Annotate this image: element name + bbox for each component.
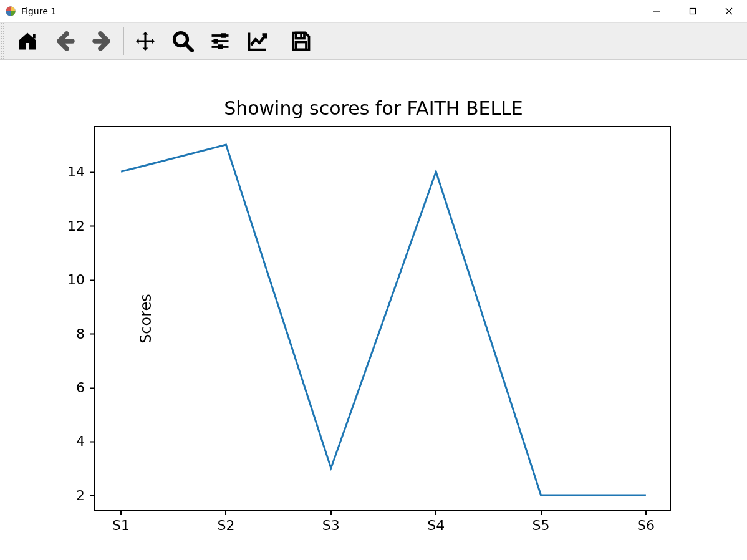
svg-rect-9 [221,33,226,38]
toolbar-separator [279,27,279,55]
arrow-right-icon [91,30,113,52]
window-title: Figure 1 [21,6,56,16]
home-button[interactable] [11,25,44,57]
axes-button[interactable] [241,25,274,57]
svg-line-7 [186,44,193,51]
home-icon [16,30,39,52]
move-icon [134,30,157,52]
svg-rect-11 [214,39,219,44]
x-tick-label: S4 [427,510,445,533]
y-tick-label: 2 [57,487,95,503]
toolbar-separator [123,27,124,55]
back-button[interactable] [49,25,81,57]
svg-rect-2 [690,9,696,14]
zoom-button[interactable] [166,25,199,57]
y-tick-label: 4 [57,433,95,449]
x-tick-label: S6 [637,510,655,533]
y-tick-label: 6 [57,380,95,395]
window-controls [639,0,747,22]
chart-line-icon [246,30,269,52]
svg-rect-13 [218,44,223,49]
line-plot [95,127,672,513]
sliders-icon [209,30,231,52]
pan-button[interactable] [129,25,161,57]
close-button[interactable] [711,0,747,22]
save-button[interactable] [284,25,317,57]
maximize-button[interactable] [675,0,711,22]
subplots-button[interactable] [204,25,236,57]
x-tick-label: S1 [112,510,130,533]
minimize-button[interactable] [639,0,675,22]
y-tick-label: 14 [57,164,95,180]
x-tick-label: S2 [217,510,234,533]
svg-rect-15 [300,34,302,37]
x-tick-label: S5 [533,510,550,533]
chart-title: Showing scores for FAITH BELLE [0,97,747,119]
y-tick-label: 8 [57,326,95,341]
app-icon [5,6,16,17]
x-tick-label: S3 [322,510,340,533]
toolbar [0,22,747,60]
chart-area: Showing scores for FAITH BELLE Scores 24… [0,60,747,560]
y-tick-label: 12 [57,218,95,233]
y-tick-label: 10 [57,272,95,287]
axes[interactable]: Scores 2468101214 S1S2S3S4S5S6 [94,126,671,511]
zoom-icon [171,30,194,52]
forward-button[interactable] [86,25,118,57]
titlebar: Figure 1 [0,0,747,22]
save-icon [289,30,312,52]
svg-rect-5 [33,34,36,39]
left-edge-decoration [0,22,4,60]
arrow-left-icon [54,30,76,52]
svg-rect-16 [296,42,307,50]
